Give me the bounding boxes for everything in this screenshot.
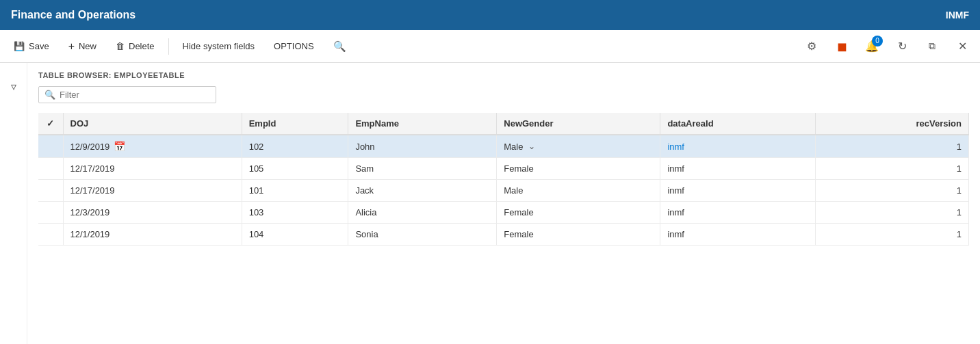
filter-box[interactable]: 🔍 — [38, 86, 216, 103]
trash-icon: 🗑 — [116, 41, 125, 51]
row-empid-cell: 101 — [242, 180, 348, 202]
notification-area: 🔔 0 — [860, 34, 884, 59]
filter-input[interactable] — [60, 90, 210, 100]
row-gender-cell: Female — [497, 202, 660, 224]
row-check-cell — [38, 180, 63, 202]
new-button[interactable]: + New — [60, 34, 105, 59]
options-label: OPTIONS — [274, 41, 314, 51]
table-wrapper: ✓ DOJ EmpId EmpName NewGender dataAreaId… — [38, 113, 969, 336]
plus-icon: + — [68, 40, 75, 53]
row-dataareaid-cell: inmf — [660, 180, 815, 202]
close-button[interactable]: ✕ — [950, 34, 975, 59]
row-check-cell — [38, 158, 63, 180]
search-button[interactable]: 🔍 — [325, 34, 354, 59]
row-check-cell — [38, 224, 63, 246]
col-dataareaid[interactable]: dataAreaId — [660, 113, 815, 135]
separator — [168, 38, 169, 55]
filter-icon: ▿ — [11, 80, 16, 93]
row-doj-cell: 12/17/2019 — [63, 158, 242, 180]
close-icon: ✕ — [958, 40, 967, 53]
col-doj[interactable]: DOJ — [63, 113, 242, 135]
expand-button[interactable]: ⧉ — [920, 34, 944, 59]
row-empname-cell: John — [348, 135, 497, 158]
table-row[interactable]: 12/17/2019101JackMaleinmf1 — [38, 180, 969, 202]
main-panel: TABLE BROWSER: EMPLOYEETABLE 🔍 ✓ DOJ Emp… — [27, 63, 980, 344]
hide-system-fields-button[interactable]: Hide system fields — [175, 34, 263, 59]
options-button[interactable]: OPTIONS — [266, 34, 322, 59]
row-recversion-cell: 1 — [815, 224, 968, 246]
date-value: 12/9/2019 — [70, 142, 110, 152]
row-empname-cell: Alicia — [348, 202, 497, 224]
row-recversion-cell: 1 — [815, 180, 968, 202]
row-gender-cell: Female — [497, 158, 660, 180]
office-icon: ◼ — [837, 39, 847, 54]
calendar-icon[interactable]: 📅 — [114, 141, 125, 152]
toolbar-right-actions: ⚙ ◼ 🔔 0 ↻ ⧉ ✕ — [799, 34, 975, 59]
refresh-icon: ↻ — [898, 40, 907, 53]
row-doj-cell: 12/3/2019 — [63, 202, 242, 224]
row-empid-cell: 103 — [242, 202, 348, 224]
content-area: ▿ TABLE BROWSER: EMPLOYEETABLE 🔍 ✓ DOJ E… — [0, 63, 980, 344]
row-empname-cell: Sam — [348, 158, 497, 180]
gear-icon: ⚙ — [807, 40, 816, 53]
expand-icon: ⧉ — [929, 40, 936, 52]
row-dataareaid-cell: inmf — [660, 135, 815, 158]
row-recversion-cell: 1 — [815, 135, 968, 158]
refresh-button[interactable]: ↻ — [890, 34, 914, 59]
left-panel: ▿ — [0, 63, 27, 344]
row-recversion-cell: 1 — [815, 202, 968, 224]
save-button[interactable]: 💾 Save — [5, 34, 57, 59]
table-header: ✓ DOJ EmpId EmpName NewGender dataAreaId… — [38, 113, 969, 135]
row-check-cell — [38, 202, 63, 224]
delete-label: Delete — [129, 41, 155, 51]
col-empname[interactable]: EmpName — [348, 113, 497, 135]
col-recversion[interactable]: recVersion — [815, 113, 968, 135]
employee-table: ✓ DOJ EmpId EmpName NewGender dataAreaId… — [38, 113, 969, 246]
gender-value: Male — [504, 142, 523, 152]
table-browser-title: TABLE BROWSER: EMPLOYEETABLE — [38, 71, 969, 79]
col-newgender[interactable]: NewGender — [497, 113, 660, 135]
table-row[interactable]: 12/3/2019103AliciaFemaleinmf1 — [38, 202, 969, 224]
filter-toggle-button[interactable]: ▿ — [1, 74, 26, 98]
filter-search-icon: 🔍 — [44, 90, 55, 100]
user-initials: INMF — [946, 10, 969, 21]
row-empid-cell: 105 — [242, 158, 348, 180]
notification-badge: 0 — [872, 36, 883, 47]
col-empid[interactable]: EmpId — [242, 113, 348, 135]
row-dataareaid-cell: inmf — [660, 158, 815, 180]
row-empid-cell: 102 — [242, 135, 348, 158]
row-gender-cell: Male — [497, 180, 660, 202]
table-row[interactable]: 12/17/2019105SamFemaleinmf1 — [38, 158, 969, 180]
title-bar: Finance and Operations INMF — [0, 0, 980, 30]
app-title: Finance and Operations — [11, 9, 136, 21]
row-gender-cell: Male⌄ — [497, 135, 660, 158]
row-empid-cell: 104 — [242, 224, 348, 246]
delete-button[interactable]: 🗑 Delete — [107, 34, 163, 59]
row-dataareaid-cell: inmf — [660, 202, 815, 224]
row-check-cell — [38, 135, 63, 158]
row-gender-cell: Female — [497, 224, 660, 246]
row-empname-cell: Jack — [348, 180, 497, 202]
save-icon: 💾 — [14, 41, 25, 51]
row-doj-cell: 12/17/2019 — [63, 180, 242, 202]
row-empname-cell: Sonia — [348, 224, 497, 246]
settings-icon-button[interactable]: ⚙ — [799, 34, 824, 59]
toolbar: 💾 Save + New 🗑 Delete Hide system fields… — [0, 30, 980, 63]
col-check: ✓ — [38, 113, 63, 135]
office-icon-button[interactable]: ◼ — [829, 34, 854, 59]
row-doj-cell: 12/1/2019 — [63, 224, 242, 246]
table-body: 12/9/2019📅102JohnMale⌄inmf112/17/2019105… — [38, 135, 969, 246]
table-row[interactable]: 12/9/2019📅102JohnMale⌄inmf1 — [38, 135, 969, 158]
hide-fields-label: Hide system fields — [183, 41, 255, 51]
save-label: Save — [29, 41, 49, 51]
chevron-down-icon[interactable]: ⌄ — [528, 142, 535, 151]
table-row[interactable]: 12/1/2019104SoniaFemaleinmf1 — [38, 224, 969, 246]
new-label: New — [79, 41, 96, 51]
row-doj-cell: 12/9/2019📅 — [63, 135, 242, 158]
search-icon: 🔍 — [333, 40, 346, 53]
row-recversion-cell: 1 — [815, 158, 968, 180]
row-dataareaid-cell: inmf — [660, 224, 815, 246]
